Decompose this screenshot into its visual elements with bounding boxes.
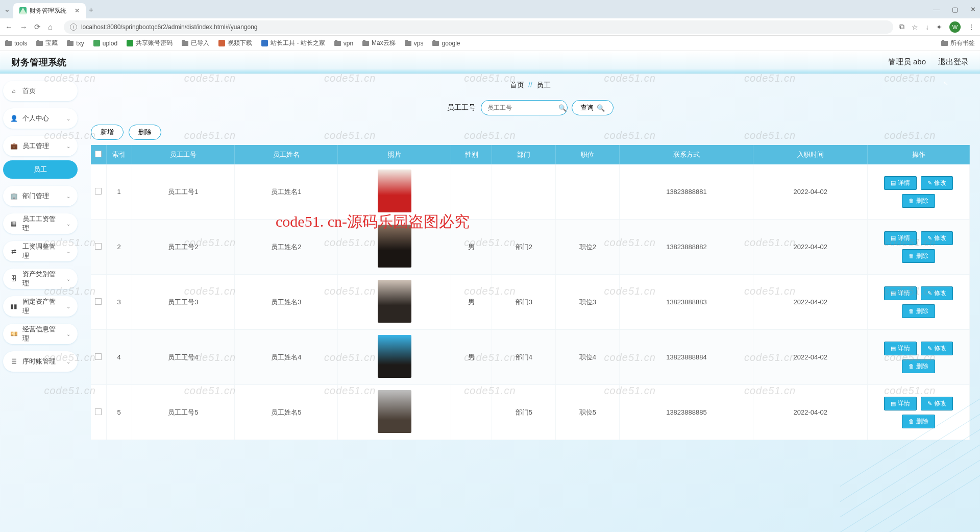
cell-photo xyxy=(338,275,451,330)
search-icon[interactable]: 🔍 xyxy=(558,104,567,112)
detail-button[interactable]: ▤详情 xyxy=(884,286,917,300)
cell-phone: 13823888883 xyxy=(620,275,753,330)
cell-photo xyxy=(338,385,451,440)
menu-dots-icon[interactable]: ⋮ xyxy=(968,23,975,31)
edit-button[interactable]: ✎修改 xyxy=(921,397,953,410)
favicon-icon xyxy=(218,40,225,46)
site-info-icon[interactable]: i xyxy=(70,23,77,31)
user-label[interactable]: 管理员 abo xyxy=(888,57,926,67)
row-delete-button[interactable]: 🗑删除 xyxy=(902,304,935,318)
sidebar-item-department[interactable]: 🏢 部门管理 ⌄ xyxy=(3,186,78,206)
delete-button[interactable]: 删除 xyxy=(129,125,161,140)
adjust-icon: ⇄ xyxy=(10,248,17,255)
sidebar-item-business-info[interactable]: 💴 经营信息管理 ⌄ xyxy=(3,324,78,344)
chevron-down-icon: ⌄ xyxy=(66,116,70,122)
col-ops: 操作 xyxy=(868,145,970,164)
detail-button[interactable]: ▤详情 xyxy=(884,231,917,245)
cell-no: 员工工号5 xyxy=(132,385,235,440)
folder-icon xyxy=(36,41,43,46)
profile-avatar[interactable]: W xyxy=(949,21,961,33)
edit-button[interactable]: ✎修改 xyxy=(921,286,953,300)
cell-ops: ▤详情✎修改🗑删除 xyxy=(868,330,970,385)
edit-button[interactable]: ✎修改 xyxy=(921,231,953,245)
new-tab-button[interactable]: + xyxy=(89,5,93,14)
building-icon: 🏢 xyxy=(10,192,17,200)
logout-link[interactable]: 退出登录 xyxy=(938,57,969,67)
cell-dept: 部门3 xyxy=(492,275,556,330)
cell-dept: 部门2 xyxy=(492,220,556,275)
cell-date: 2022-04-02 xyxy=(753,385,868,440)
row-checkbox[interactable] xyxy=(95,408,102,415)
cell-phone: 13823888881 xyxy=(620,164,753,220)
bookmark-item[interactable]: vps xyxy=(405,40,424,47)
row-delete-button[interactable]: 🗑删除 xyxy=(902,249,935,263)
bookmark-star-icon[interactable]: ☆ xyxy=(912,23,918,31)
row-checkbox[interactable] xyxy=(95,298,102,305)
edit-button[interactable]: ✎修改 xyxy=(921,176,953,190)
detail-button[interactable]: ▤详情 xyxy=(884,176,917,190)
cell-index: 5 xyxy=(106,385,132,440)
row-delete-button[interactable]: 🗑删除 xyxy=(902,359,935,373)
bookmark-item[interactable]: Max云梯 xyxy=(362,39,396,47)
pencil-icon: ✎ xyxy=(927,400,932,407)
bookmark-item[interactable]: vpn xyxy=(334,40,353,47)
chevron-down-icon: ⌄ xyxy=(66,359,70,365)
nav-back-icon[interactable]: ← xyxy=(5,22,13,31)
nav-reload-icon[interactable]: ⟳ xyxy=(34,22,41,32)
folder-icon xyxy=(432,41,439,46)
employee-photo xyxy=(378,335,411,378)
row-delete-button[interactable]: 🗑删除 xyxy=(902,415,935,428)
nav-home-icon[interactable]: ⌂ xyxy=(48,22,53,31)
bookmark-item[interactable]: 已导入 xyxy=(182,39,209,47)
row-checkbox[interactable] xyxy=(95,353,102,360)
row-checkbox[interactable] xyxy=(95,188,102,195)
sidebar-item-salary-adjust[interactable]: ⇄ 工资调整管理 ⌄ xyxy=(3,241,78,261)
share-icon[interactable]: ⧉ xyxy=(899,22,904,31)
cell-dept xyxy=(492,164,556,220)
cell-pos: 职位4 xyxy=(556,330,620,385)
sidebar-item-profile[interactable]: 👤 个人中心 ⌄ xyxy=(3,108,78,129)
sidebar-item-label: 部门管理 xyxy=(22,191,49,201)
edit-button[interactable]: ✎修改 xyxy=(921,342,953,355)
sidebar-subitem-employee[interactable]: 员工 ↖ xyxy=(3,160,78,179)
bookmark-item[interactable]: 宝藏 xyxy=(36,39,58,47)
bookmark-item[interactable]: tools xyxy=(5,40,27,47)
select-all-checkbox[interactable] xyxy=(95,151,102,157)
row-delete-button[interactable]: 🗑删除 xyxy=(902,194,935,208)
search-input[interactable] xyxy=(481,100,568,115)
table-row: 5员工工号5员工姓名5部门5职位5138238888852022-04-02▤详… xyxy=(91,385,970,440)
sidebar-item-employee[interactable]: 💼 员工管理 ⌄ xyxy=(3,136,78,156)
row-checkbox[interactable] xyxy=(95,243,102,250)
browser-tab-active[interactable]: 财务管理系统 ✕ xyxy=(13,3,86,18)
sidebar-item-home[interactable]: ⌂ 首页 xyxy=(3,81,78,101)
bookmark-item[interactable]: google xyxy=(432,40,460,47)
bookmark-item[interactable]: txy xyxy=(67,40,84,47)
sidebar-item-asset-type[interactable]: 🗄 资产类别管理 ⌄ xyxy=(3,269,78,289)
query-button[interactable]: 查询 🔍 xyxy=(572,100,614,115)
bookmark-item[interactable]: uplod xyxy=(93,40,117,47)
sidebar-item-salary[interactable]: ▦ 员工工资管理 ⌄ xyxy=(3,213,78,234)
tab-close-icon[interactable]: ✕ xyxy=(75,7,80,14)
extensions-icon[interactable]: ✦ xyxy=(936,23,942,31)
folder-icon xyxy=(67,41,74,46)
window-minimize-icon[interactable]: — xyxy=(933,6,940,13)
sidebar-item-fixed-asset[interactable]: ▮▮ 固定资产管理 ⌄ xyxy=(3,296,78,317)
suitcase-icon: 💼 xyxy=(10,142,17,150)
detail-button[interactable]: ▤详情 xyxy=(884,342,917,355)
add-button[interactable]: 新增 xyxy=(91,125,124,140)
bookmark-item[interactable]: 共享账号密码 xyxy=(127,39,173,47)
bookmark-item[interactable]: 站长工具 - 站长之家 xyxy=(261,39,325,47)
window-maximize-icon[interactable]: ▢ xyxy=(952,6,958,13)
tab-caret-icon[interactable]: ⌄ xyxy=(4,5,10,13)
breadcrumb-home[interactable]: 首页 xyxy=(510,81,524,89)
nav-forward-icon[interactable]: → xyxy=(20,22,28,31)
window-close-icon[interactable]: ✕ xyxy=(970,6,976,13)
detail-button[interactable]: ▤详情 xyxy=(884,397,917,410)
cell-pos: 职位5 xyxy=(556,385,620,440)
url-input[interactable]: i localhost:8080/springbootqc6r2/admin/d… xyxy=(64,20,893,34)
all-bookmarks[interactable]: 所有书签 xyxy=(941,39,975,47)
bookmark-item[interactable]: 视频下载 xyxy=(218,39,252,47)
sidebar-item-ledger[interactable]: ☰ 序时账管理 ⌄ xyxy=(3,351,78,372)
download-icon[interactable]: ↓ xyxy=(925,23,929,31)
archive-icon: 🗄 xyxy=(10,275,17,282)
